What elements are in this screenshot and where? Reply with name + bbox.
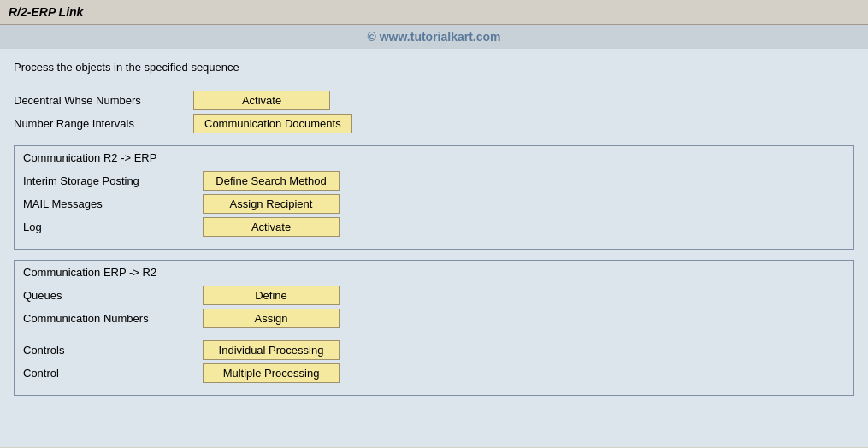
group1-row-3: Log Activate [23, 217, 845, 237]
watermark-text: © www.tutorialkart.com [367, 30, 500, 44]
interim-storage-label: Interim Storage Posting [23, 174, 203, 187]
top-row-2: Number Range Intervals Communication Doc… [14, 114, 854, 133]
top-section: Decentral Whse Numbers Activate Number R… [14, 91, 854, 133]
top-row-1: Decentral Whse Numbers Activate [14, 91, 854, 110]
group1-title: Communication R2 -> ERP [23, 151, 845, 164]
title-bar: R/2-ERP Link [0, 0, 868, 25]
description-text: Process the objects in the specified seq… [14, 61, 854, 74]
title-text: R/2-ERP Link [9, 5, 83, 19]
group2-row-2: Communication Numbers Assign [23, 309, 845, 328]
controls-label: Controls [23, 344, 203, 357]
assign-recipient-button[interactable]: Assign Recipient [203, 194, 340, 214]
group1-row-2: MAIL Messages Assign Recipient [23, 194, 845, 214]
watermark-bar: © www.tutorialkart.com [0, 25, 868, 49]
spacer [23, 332, 845, 340]
activate-button-1[interactable]: Activate [193, 91, 330, 110]
log-label: Log [23, 221, 203, 233]
control-label: Control [23, 367, 203, 380]
group1-row-1: Interim Storage Posting Define Search Me… [23, 171, 845, 191]
queues-label: Queues [23, 289, 203, 302]
group2-row-4: Control Multiple Processing [23, 363, 845, 383]
mail-messages-label: MAIL Messages [23, 197, 203, 210]
group2-row-1: Queues Define [23, 286, 845, 305]
individual-processing-button[interactable]: Individual Processing [203, 340, 340, 360]
define-button[interactable]: Define [203, 286, 340, 305]
define-search-method-button[interactable]: Define Search Method [203, 171, 340, 191]
group2-title: Communication ERP -> R2 [23, 266, 845, 279]
activate-button-2[interactable]: Activate [203, 217, 340, 237]
multiple-processing-button[interactable]: Multiple Processing [203, 363, 340, 383]
main-content: Process the objects in the specified seq… [0, 49, 868, 447]
group2-row-3: Controls Individual Processing [23, 340, 845, 360]
communication-numbers-label: Communication Numbers [23, 312, 203, 325]
number-range-label: Number Range Intervals [14, 117, 193, 130]
decentral-label: Decentral Whse Numbers [14, 94, 193, 107]
group-erp-r2: Communication ERP -> R2 Queues Define Co… [14, 260, 854, 396]
assign-button[interactable]: Assign [203, 309, 340, 328]
communication-documents-button[interactable]: Communication Documents [193, 114, 352, 133]
group-r2-erp: Communication R2 -> ERP Interim Storage … [14, 145, 854, 250]
